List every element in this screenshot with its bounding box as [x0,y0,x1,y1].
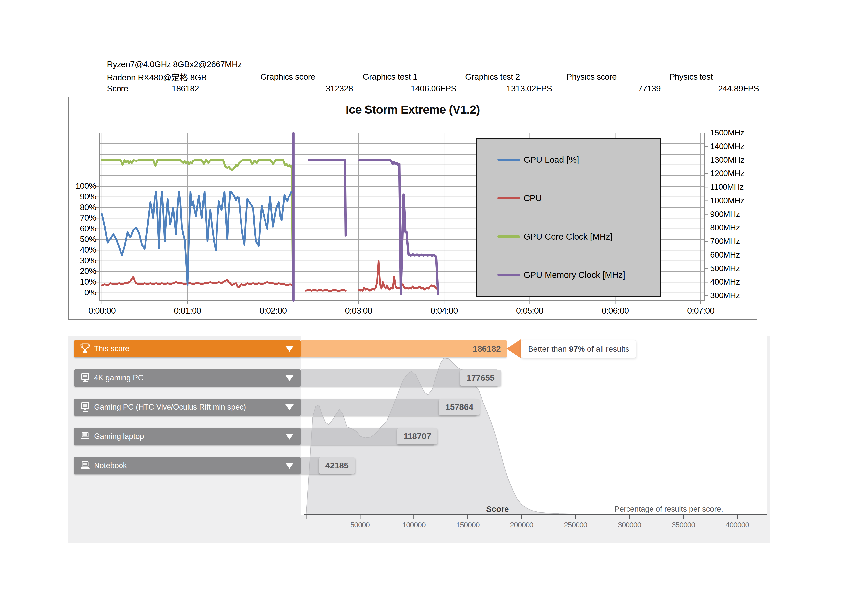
laptop-icon [80,460,91,471]
row-label-text: 4K gaming PC [94,369,144,387]
chevron-down-icon[interactable] [285,463,294,469]
col-header-graphics-test-2: Graphics test 2 [465,72,520,81]
row-label-text: Gaming laptop [94,428,144,445]
graphics-score-value: 312328 [326,84,353,93]
row-label-text: Notebook [94,457,127,474]
graphics-test-1-value: 1406.06FPS [411,84,456,93]
row-label-text: Gaming PC (HTC Vive/Oculus Rift min spec… [94,398,246,416]
legend-line-swatch [498,274,520,276]
hist-axis-tick-label: 50000 [335,521,385,529]
laptop-icon [80,431,91,442]
legend-label: GPU Memory Clock [MHz] [524,266,625,284]
right-axis-tick-label: 500MHz [710,264,740,273]
graphics-test-2-value: 1313.02FPS [507,84,552,93]
reference-score-value: 177655 [460,370,501,386]
desktop-icon [80,373,91,383]
right-axis-tick-label: 700MHz [710,236,740,246]
left-axis-tick-label: 90% [69,192,96,201]
chart-legend: GPU Load [%]CPUGPU Core Clock [MHz]GPU M… [476,138,661,297]
col-header-physics-score: Physics score [566,72,617,81]
reference-score-value: 157864 [439,399,480,415]
right-axis-tick-label: 900MHz [710,210,740,219]
legend-label: GPU Core Clock [MHz] [524,228,613,245]
x-axis-tick-label: 0:00:00 [80,306,124,316]
physics-test-value: 244.89FPS [718,84,759,93]
benchmark-result-page: Ryzen7@4.0GHz 8GBx2@2667MHz Radeon RX480… [0,0,868,614]
reference-score-value: 42185 [319,457,355,474]
left-axis-tick-label: 0% [69,288,96,297]
hist-axis-tick-label: 150000 [443,521,493,529]
callout-percent: 97% [569,345,585,353]
left-axis-tick-label: 30% [69,256,96,265]
left-axis-tick-label: 80% [69,202,96,212]
reference-score-value: 118707 [397,428,437,445]
callout-suffix: of all results [585,345,629,353]
right-axis-tick-label: 1200MHz [710,169,744,178]
col-header-graphics-test-1: Graphics test 1 [363,72,417,81]
col-header-graphics-score: Graphics score [260,72,315,81]
x-axis-tick-label: 0:04:00 [422,306,467,316]
desktop-icon [80,402,91,413]
gpu-spec-text: Radeon RX480@定格 8GB [107,72,207,83]
hist-note: Percentage of results per score. [614,505,723,514]
system-spec-text: Ryzen7@4.0GHz 8GBx2@2667MHz [107,59,242,69]
col-header-physics-test: Physics test [669,72,713,81]
right-axis-tick-label: 600MHz [710,250,740,260]
x-axis-tick-label: 0:07:00 [679,306,723,316]
hist-axis-tick-label: 250000 [551,521,600,529]
legend-line-swatch [498,235,520,238]
left-axis-tick-label: 60% [69,224,96,233]
trophy-icon [80,343,91,354]
legend-line-swatch [498,159,520,161]
legend-label: CPU [524,190,542,207]
legend-item-4: GPU Memory Clock [MHz] [477,266,660,284]
total-score-value: 186182 [172,84,199,93]
hist-axis-tick-label: 300000 [605,521,654,529]
chevron-down-icon[interactable] [285,434,294,440]
row-label-text: This score [94,340,129,358]
legend-item-2: CPU [477,190,660,207]
right-axis-tick-label: 800MHz [710,223,740,232]
x-axis-tick-label: 0:01:00 [165,306,210,316]
chevron-down-icon[interactable] [285,346,294,352]
callout-prefix: Better than [528,345,569,353]
legend-label: GPU Load [%] [524,151,579,168]
left-axis-tick-label: 50% [69,234,96,244]
reference-row-4k-gaming-pc[interactable]: 4K gaming PC [74,369,301,387]
this-score-selector[interactable]: This score [74,340,301,358]
score-comparison-panel: This score 186182 4K gaming PC 177655 [68,336,770,543]
left-axis-tick-label: 100% [69,181,96,191]
left-axis-tick-label: 70% [69,213,96,223]
x-axis-tick-label: 0:03:00 [336,306,381,316]
left-axis-tick-label: 20% [69,266,96,276]
score-label: Score [107,84,128,93]
right-axis-tick-label: 1400MHz [710,141,744,151]
x-axis-tick-label: 0:02:00 [251,306,295,316]
right-axis-tick-label: 1000MHz [710,196,744,205]
right-axis-tick-label: 1100MHz [710,182,744,192]
hist-axis-tick-label: 100000 [389,521,439,529]
right-axis-tick-label: 1500MHz [710,128,744,137]
percentile-callout: Better than 97% of all results [521,340,636,358]
reference-row-notebook[interactable]: Notebook [74,457,301,474]
x-axis-tick-label: 0:06:00 [593,306,637,316]
legend-line-swatch [498,197,520,199]
hist-axis-tick-label: 350000 [659,521,708,529]
this-score-value: 186182 [473,340,501,358]
chevron-down-icon[interactable] [285,375,294,381]
reference-row-gaming-laptop[interactable]: Gaming laptop [74,428,301,445]
left-axis-tick-label: 10% [69,277,96,286]
chevron-down-icon[interactable] [285,404,294,410]
hist-axis-tick-label: 200000 [497,521,546,529]
hist-axis-tick-label: 400000 [713,521,762,529]
callout-arrow [507,339,521,359]
legend-item-1: GPU Load [%] [477,151,660,168]
reference-row-gaming-pc-vr[interactable]: Gaming PC (HTC Vive/Oculus Rift min spec… [74,398,301,416]
right-axis-tick-label: 300MHz [710,291,740,300]
monitoring-chart: Ice Storm Extreme (V1.2) 0%10%20%30%40%5… [68,97,757,320]
physics-score-value: 77139 [638,84,661,93]
hist-xlabel: Score [486,505,509,514]
left-axis-tick-label: 40% [69,245,96,255]
right-axis-tick-label: 1300MHz [710,155,744,165]
x-axis-tick-label: 0:05:00 [507,306,552,316]
